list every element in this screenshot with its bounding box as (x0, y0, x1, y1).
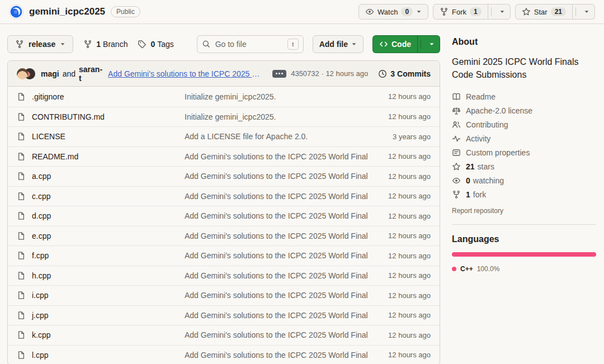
file-link[interactable]: h.cpp (32, 271, 51, 280)
go-to-file-search[interactable]: t (197, 35, 304, 53)
file-link[interactable]: k.cpp (32, 330, 50, 339)
stars-label: stars (478, 162, 494, 171)
code-button[interactable]: Code (372, 35, 418, 53)
file-commit-message[interactable]: Add Gemini's solutions to the ICPC 2025 … (185, 291, 368, 300)
file-icon (17, 152, 26, 161)
watching-count: 0 (466, 176, 470, 185)
branch-selector-button[interactable]: release (7, 35, 73, 53)
commit-hash[interactable]: 4350732 (291, 69, 319, 78)
fork-dropdown-button[interactable] (488, 4, 511, 20)
file-link[interactable]: f.cpp (32, 251, 49, 260)
commit-author-secondary[interactable]: saran-t (79, 65, 102, 83)
file-commit-message[interactable]: Initialize gemini_icpc2025. (185, 92, 368, 101)
file-icon (17, 351, 26, 360)
file-commit-time[interactable]: 12 hours ago (368, 271, 431, 280)
sidebar-item-activity[interactable]: Activity (452, 131, 596, 145)
file-icon (17, 92, 26, 101)
sidebar-item-license[interactable]: Apache-2.0 license (452, 103, 596, 117)
fork-icon (440, 7, 449, 16)
file-link[interactable]: c.cpp (32, 192, 50, 201)
file-commit-message[interactable]: Add Gemini's solutions to the ICPC 2025 … (185, 211, 368, 220)
table-row: j.cpp Add Gemini's solutions to the ICPC… (8, 305, 440, 325)
file-commit-time[interactable]: 12 hours ago (368, 291, 431, 300)
file-link[interactable]: README.md (32, 152, 78, 161)
add-file-label: Add file (319, 40, 348, 49)
file-commit-message[interactable]: Add Gemini's solutions to the ICPC 2025 … (185, 311, 368, 320)
star-icon (452, 162, 461, 171)
file-commit-message[interactable]: Add Gemini's solutions to the ICPC 2025 … (185, 231, 368, 240)
file-link[interactable]: a.cpp (32, 172, 51, 181)
star-button[interactable]: Star 21 (515, 4, 573, 20)
file-commit-time[interactable]: 12 hours ago (368, 192, 431, 200)
file-link[interactable]: d.cpp (32, 211, 51, 220)
sidebar-item-readme[interactable]: Readme (452, 89, 596, 103)
repo-description: Gemini 2025 ICPC World Finals Code Submi… (452, 55, 596, 81)
table-row: .gitignore Initialize gemini_icpc2025. 1… (8, 87, 440, 107)
file-commit-message[interactable]: Add Gemini's solutions to the ICPC 2025 … (185, 330, 368, 339)
file-commit-message[interactable]: Initialize gemini_icpc2025. (185, 112, 368, 121)
code-dropdown-button[interactable] (418, 35, 440, 53)
go-to-file-input[interactable] (215, 40, 283, 49)
file-link[interactable]: CONTRIBUTING.md (32, 112, 105, 121)
file-table: magi and saran-t Add Gemini's solutions … (7, 60, 440, 364)
file-icon (17, 112, 26, 121)
file-commit-time[interactable]: 12 hours ago (368, 331, 431, 339)
fork-button[interactable]: Fork 1 (433, 4, 488, 20)
repo-owner-avatar[interactable] (9, 4, 23, 19)
code-toolbar: release 1 Branch (7, 35, 440, 53)
star-dropdown-button[interactable] (573, 4, 595, 20)
branches-link[interactable]: 1 Branch (83, 40, 128, 49)
branches-count: 1 (96, 40, 101, 49)
file-link[interactable]: l.cpp (32, 351, 49, 360)
file-commit-time[interactable]: 12 hours ago (368, 351, 431, 359)
commit-author-primary[interactable]: magi (41, 69, 59, 78)
file-commit-time[interactable]: 12 hours ago (368, 252, 431, 260)
sidebar-stat-forks[interactable]: 1 fork (452, 187, 596, 201)
file-commit-message[interactable]: Add Gemini's solutions to the ICPC 2025 … (185, 271, 368, 280)
commit-ellipsis-button[interactable] (272, 70, 286, 78)
star-label: Star (534, 8, 548, 16)
file-commit-time[interactable]: 12 hours ago (368, 212, 431, 220)
report-repository-link[interactable]: Report repository (452, 207, 503, 215)
sidebar-item-custom-properties[interactable]: Custom properties (452, 145, 596, 159)
repo-action-buttons: Watch 0 Fork 1 (358, 4, 595, 20)
file-link[interactable]: i.cpp (32, 291, 49, 300)
file-commit-time[interactable]: 12 hours ago (368, 172, 431, 181)
avatar-magi[interactable] (17, 68, 28, 79)
watch-button[interactable]: Watch 0 (358, 4, 428, 20)
file-commit-message[interactable]: Add Gemini's solutions to the ICPC 2025 … (185, 251, 368, 260)
sidebar-item-contributing[interactable]: Contributing (452, 117, 596, 131)
file-commit-message[interactable]: Add Gemini's solutions to the ICPC 2025 … (185, 192, 368, 201)
sidebar-stat-stars[interactable]: 21 stars (452, 159, 596, 173)
commit-message-link[interactable]: Add Gemini's solutions to the ICPC 2025 … (108, 69, 262, 78)
about-heading: About (452, 37, 596, 47)
commit-history-link[interactable]: 3 Commits (378, 69, 431, 78)
file-link[interactable]: .gitignore (32, 92, 64, 101)
file-commit-time[interactable]: 12 hours ago (368, 231, 431, 240)
language-cpp[interactable]: C++ 100.0% (452, 265, 499, 273)
table-row: f.cpp Add Gemini's solutions to the ICPC… (8, 245, 440, 266)
file-commit-message[interactable]: Add Gemini's solutions to the ICPC 2025 … (185, 172, 368, 181)
file-commit-message[interactable]: Add Gemini's solutions to the ICPC 2025 … (185, 152, 368, 161)
commit-meta: 4350732 · 12 hours ago 3 Commits (291, 69, 431, 78)
repo-name-link[interactable]: gemini_icpc2025 (29, 6, 105, 17)
star-count: 21 (551, 7, 566, 16)
history-icon (378, 69, 387, 78)
file-commit-time[interactable]: 12 hours ago (368, 152, 431, 160)
file-link[interactable]: e.cpp (32, 231, 51, 240)
file-commit-time[interactable]: 12 hours ago (368, 112, 431, 121)
file-link[interactable]: LICENSE (32, 132, 65, 141)
language-bar (452, 252, 596, 257)
sidebar-stat-watching[interactable]: 0 watching (452, 173, 596, 187)
file-commit-time[interactable]: 12 hours ago (368, 311, 431, 319)
file-link[interactable]: j.cpp (32, 311, 49, 320)
file-commit-message[interactable]: Add Gemini's solutions to the ICPC 2025 … (185, 351, 368, 360)
file-commit-time[interactable]: 12 hours ago (368, 92, 431, 101)
file-icon (17, 231, 26, 240)
file-commit-message[interactable]: Add a LICENSE file for Apache 2.0. (185, 132, 368, 141)
language-color-dot (452, 267, 456, 271)
tags-link[interactable]: 0 Tags (138, 40, 173, 49)
code-icon (379, 40, 388, 49)
file-commit-time[interactable]: 3 years ago (368, 133, 431, 141)
add-file-button[interactable]: Add file (313, 35, 364, 53)
